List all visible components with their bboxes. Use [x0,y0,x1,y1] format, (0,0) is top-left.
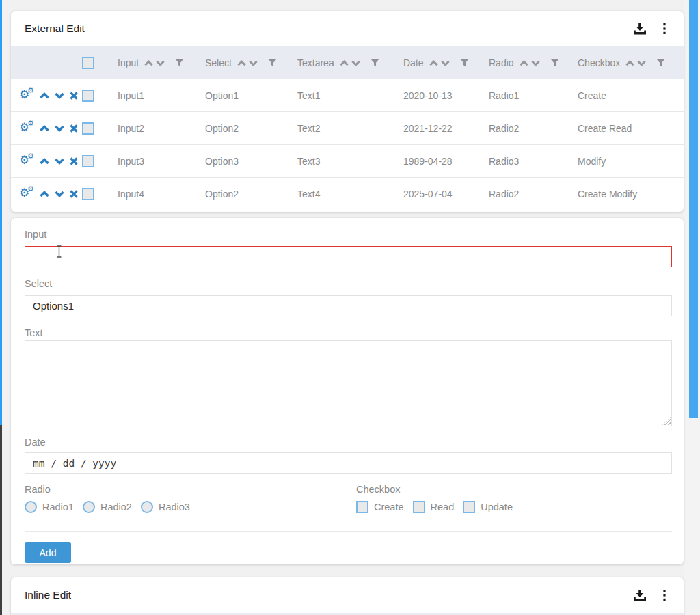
left-edge-indicator-dark [0,425,2,615]
column-header: Textarea [297,57,403,68]
move-down-icon[interactable] [55,191,64,197]
filter-icon[interactable] [460,59,469,67]
cogs-icon[interactable]: ⚙⚙ [19,122,34,135]
close-icon[interactable] [70,92,78,100]
checkbox-option-label: Create [374,502,404,512]
sort-descending-icon[interactable] [249,60,258,66]
sort-ascending-icon[interactable] [237,60,246,66]
column-header: Input [118,57,205,68]
inline-edit-card: Inline Edit [11,577,684,615]
radio-button[interactable] [83,501,95,513]
column-header: Checkbox [578,57,684,68]
download-icon[interactable] [633,590,647,601]
checkbox-option[interactable]: Create [356,501,404,513]
kebab-menu-icon[interactable] [663,23,666,34]
add-record-form-card: Input Select Options1 Text Date mm / dd … [11,218,684,564]
add-button[interactable]: Add [25,542,71,563]
radio-button[interactable] [141,501,153,513]
sort-ascending-icon[interactable] [625,60,634,66]
card-title: Inline Edit [25,589,633,601]
table-row: ⚙⚙ [11,79,684,112]
sort-ascending-icon[interactable] [340,60,349,66]
scrollbar-thumb[interactable] [689,0,698,418]
cogs-icon[interactable]: ⚙⚙ [19,187,34,201]
resize-grip-icon[interactable] [662,417,671,425]
move-up-icon[interactable] [40,125,49,132]
filter-icon[interactable] [268,59,277,67]
cell-textarea: Text2 [297,123,403,134]
cell-textarea: Text1 [297,90,403,101]
cell-textarea: Text3 [297,156,403,167]
row-checkbox[interactable] [82,122,94,135]
sort-ascending-icon[interactable] [429,60,438,66]
card-header: Inline Edit [11,577,684,613]
cell-date: 2025-07-04 [403,189,489,200]
move-up-icon[interactable] [40,158,49,165]
row-checkbox[interactable] [82,155,94,167]
close-icon[interactable] [70,190,78,198]
sort-descending-icon[interactable] [637,60,646,66]
cell-date: 2020-10-13 [403,90,489,101]
date-field[interactable]: mm / dd / yyyy [25,452,672,474]
checkbox-option[interactable]: Read [413,501,455,513]
move-down-icon[interactable] [55,92,64,99]
cell-date: 2021-12-22 [403,123,489,134]
cell-input: Input2 [118,123,205,134]
radio-option-label: Radio3 [159,502,190,512]
kebab-menu-icon[interactable] [663,590,666,601]
row-checkbox[interactable] [82,188,94,200]
input-field[interactable] [25,246,672,267]
column-label: Radio [489,57,514,68]
cell-radio: Radio1 [489,90,578,101]
select-field[interactable]: Options1 [25,295,672,316]
checkbox-box[interactable] [356,501,368,513]
filter-icon[interactable] [656,59,665,67]
close-icon[interactable] [70,124,78,133]
move-down-icon[interactable] [55,158,64,165]
filter-icon[interactable] [175,59,184,67]
move-down-icon[interactable] [55,125,64,132]
filter-icon[interactable] [550,59,559,67]
column-label: Textarea [297,57,334,68]
select-label: Select [25,277,672,290]
date-placeholder: mm / dd / yyyy [33,458,116,469]
options-row: Radio Radio1 Radio2 Radio3 [25,483,672,520]
cogs-icon[interactable]: ⚙⚙ [19,89,34,102]
text-label: Text [25,327,672,339]
column-header: Date [403,57,489,68]
text-textarea[interactable] [25,340,672,426]
move-up-icon[interactable] [40,92,49,99]
radio-group-label: Radio [25,483,190,495]
sort-descending-icon[interactable] [351,60,360,66]
cell-textarea: Text4 [297,189,403,200]
sort-descending-icon[interactable] [441,60,450,66]
radio-option[interactable]: Radio2 [83,501,132,513]
cell-input: Input1 [118,90,205,101]
download-icon[interactable] [633,23,647,35]
sort-ascending-icon[interactable] [144,60,153,66]
select-value: Options1 [33,300,74,312]
checkbox-option[interactable]: Update [463,501,513,513]
select-all-checkbox[interactable] [82,57,94,69]
sort-descending-icon[interactable] [531,60,540,66]
filter-icon[interactable] [371,59,379,67]
table-header-row: Input [11,46,684,79]
radio-option-label: Radio1 [42,502,74,512]
cell-checkbox: Modify [578,156,684,167]
radio-button[interactable] [25,501,37,513]
sort-ascending-icon[interactable] [520,60,528,66]
sort-descending-icon[interactable] [156,60,165,66]
close-icon[interactable] [70,157,78,165]
checkbox-box[interactable] [413,501,425,513]
row-checkbox[interactable] [82,90,94,102]
move-up-icon[interactable] [40,191,49,197]
radio-option[interactable]: Radio1 [25,501,74,513]
input-label: Input [25,228,672,241]
radio-option[interactable]: Radio3 [141,501,190,513]
checkbox-option-label: Update [481,502,513,512]
cell-radio: Radio2 [489,189,578,200]
cogs-icon[interactable]: ⚙⚙ [19,154,34,168]
row-actions: ⚙⚙ [11,89,82,102]
cell-select: Option3 [205,156,297,167]
checkbox-box[interactable] [463,501,475,513]
